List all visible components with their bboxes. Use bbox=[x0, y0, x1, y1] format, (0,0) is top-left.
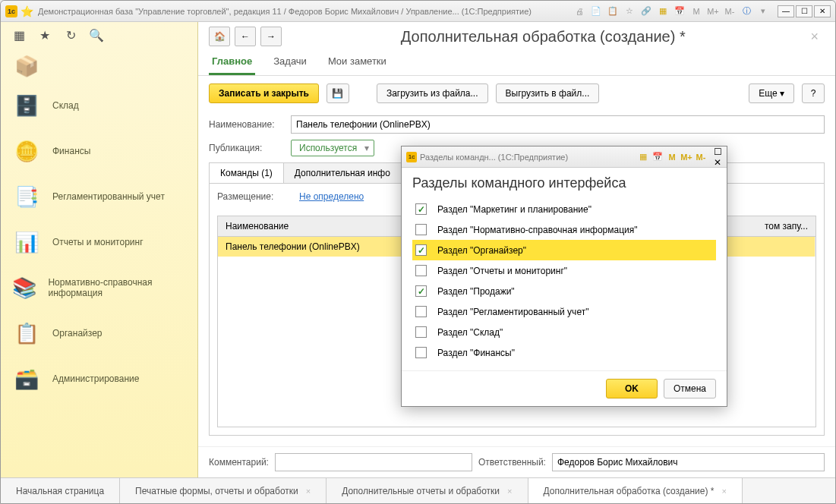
dlg-close-button[interactable]: ✕ bbox=[714, 157, 722, 168]
tb-print-icon[interactable]: 🖨 bbox=[573, 5, 586, 18]
tab-close-icon[interactable]: × bbox=[722, 487, 727, 496]
history-icon[interactable]: ↻ bbox=[63, 27, 78, 43]
dlg-maximize-button[interactable]: ☐ bbox=[714, 146, 722, 157]
checkbox[interactable] bbox=[415, 306, 427, 317]
sidebar-item-warehouse[interactable]: 🗄️ Склад bbox=[1, 83, 197, 128]
dlg-cal-icon[interactable]: 📅 bbox=[651, 152, 664, 162]
sidebar-label: Нормативно-справочная информация bbox=[48, 277, 187, 299]
main-toolbar: 🏠 ← → Дополнительная обработка (создание… bbox=[198, 22, 835, 51]
dialog-item[interactable]: Раздел "Нормативно-справочная информация… bbox=[412, 219, 716, 240]
tb-copy-icon[interactable]: 📋 bbox=[606, 5, 620, 18]
checkbox[interactable]: ✓ bbox=[415, 203, 427, 215]
sidebar-toolbar: ▦ ★ ↻ 🔍 bbox=[1, 22, 197, 48]
minimize-button[interactable]: — bbox=[778, 5, 794, 17]
favorite-star-icon[interactable]: ⭐ bbox=[21, 5, 33, 17]
inner-tab-info[interactable]: Дополнительная инфо bbox=[284, 163, 402, 183]
tb-star-icon[interactable]: ☆ bbox=[623, 5, 636, 18]
close-page-button[interactable]: × bbox=[804, 29, 825, 45]
sidebar-label: Отчеты и мониторинг bbox=[52, 237, 144, 247]
dlg-grid-icon[interactable]: ▦ bbox=[637, 152, 649, 162]
dialog-item[interactable]: Раздел "Финансы" bbox=[412, 342, 716, 363]
checkbox[interactable] bbox=[415, 224, 427, 235]
tab-notes[interactable]: Мои заметки bbox=[325, 51, 390, 75]
forward-button[interactable]: → bbox=[260, 27, 282, 46]
placement-label: Размещение: bbox=[217, 191, 293, 202]
sidebar-item-cut[interactable]: 📦 bbox=[1, 52, 197, 83]
sidebar-list: 📦 🗄️ Склад 🪙 Финансы 📑 Регламентированны… bbox=[1, 48, 197, 477]
save-close-button[interactable]: Записать и закрыть bbox=[209, 83, 319, 103]
ok-button[interactable]: OK bbox=[606, 379, 658, 398]
dlg-m-icon[interactable]: M bbox=[666, 153, 678, 162]
tb-calendar-icon[interactable]: 📅 bbox=[673, 5, 686, 18]
more-button[interactable]: Еще ▾ bbox=[749, 83, 794, 103]
placement-link[interactable]: Не определено bbox=[299, 191, 364, 202]
close-button[interactable]: ✕ bbox=[814, 5, 831, 17]
dialog-item[interactable]: Раздел "Склад" bbox=[412, 322, 716, 342]
dlg-mminus-icon[interactable]: M- bbox=[695, 153, 707, 162]
tb-link-icon[interactable]: 🔗 bbox=[639, 5, 653, 18]
inner-tab-commands[interactable]: Команды (1) bbox=[210, 163, 284, 183]
dialog-item[interactable]: ✓Раздел "Органайзер" bbox=[412, 240, 716, 260]
name-field[interactable] bbox=[291, 115, 825, 134]
tab-tasks[interactable]: Задачи bbox=[270, 51, 310, 75]
sidebar-item-admin[interactable]: 🗃️ Администрирование bbox=[1, 356, 197, 402]
dialog-list: ✓Раздел "Маркетинг и планирование"Раздел… bbox=[402, 196, 727, 370]
help-button[interactable]: ? bbox=[802, 83, 825, 103]
dialog-footer: OK Отмена bbox=[402, 370, 727, 406]
save-button[interactable]: 💾 bbox=[327, 83, 349, 103]
sections-dialog: 1c Разделы командн... (1С:Предприятие) ▦… bbox=[401, 146, 727, 407]
sidebar-item-reports[interactable]: 📊 Отчеты и мониторинг bbox=[1, 219, 197, 265]
module-icon: 📦 bbox=[11, 52, 42, 80]
sidebar-item-organizer[interactable]: 📋 Органайзер bbox=[1, 310, 197, 356]
export-file-button[interactable]: Выгрузить в файл... bbox=[496, 83, 600, 103]
tb-mplus-icon[interactable]: M+ bbox=[706, 5, 720, 18]
checkbox[interactable]: ✓ bbox=[415, 244, 427, 256]
home-button[interactable]: 🏠 bbox=[209, 27, 230, 46]
sidebar-item-reference[interactable]: 📚 Нормативно-справочная информация bbox=[1, 265, 197, 310]
checkbox[interactable] bbox=[415, 347, 427, 358]
bottom-tab-addl-processing[interactable]: Дополнительная обработка (создание) *× bbox=[528, 478, 743, 503]
dialog-item-label: Раздел "Склад" bbox=[437, 327, 503, 338]
load-file-button[interactable]: Загрузить из файла... bbox=[377, 83, 488, 103]
footer-row: Комментарий: Ответственный: bbox=[198, 446, 835, 477]
sidebar-item-regulated[interactable]: 📑 Регламентированный учет bbox=[1, 174, 197, 219]
bottom-tabs: Начальная страница Печатные формы, отчет… bbox=[1, 477, 835, 503]
maximize-button[interactable]: ☐ bbox=[796, 5, 812, 17]
warehouse-icon: 🗄️ bbox=[11, 92, 42, 119]
apps-icon[interactable]: ▦ bbox=[11, 27, 27, 43]
dialog-item[interactable]: ✓Раздел "Маркетинг и планирование" bbox=[412, 199, 716, 219]
publication-select[interactable]: Используется bbox=[291, 140, 374, 156]
dialog-item[interactable]: ✓Раздел "Продажи" bbox=[412, 281, 716, 301]
bottom-tab-start[interactable]: Начальная страница bbox=[1, 478, 120, 503]
tb-dropdown-icon[interactable]: ▾ bbox=[756, 5, 770, 18]
reports-icon: 📊 bbox=[11, 228, 42, 256]
checkbox[interactable] bbox=[415, 265, 427, 276]
tab-main[interactable]: Главное bbox=[209, 51, 255, 75]
dialog-heading: Разделы командного интерфейса bbox=[402, 168, 727, 196]
grid-header-name: Наименование bbox=[218, 216, 415, 236]
responsible-field[interactable] bbox=[552, 453, 825, 471]
tb-mminus-icon[interactable]: M- bbox=[723, 5, 737, 18]
dlg-mplus-icon[interactable]: M+ bbox=[680, 153, 692, 162]
tb-calc-icon[interactable]: ▦ bbox=[656, 5, 670, 18]
checkbox[interactable] bbox=[415, 326, 427, 338]
cancel-button[interactable]: Отмена bbox=[664, 379, 716, 398]
bottom-tab-addl-reports[interactable]: Дополнительные отчеты и обработки× bbox=[327, 478, 528, 503]
tb-m-icon[interactable]: M bbox=[689, 5, 703, 18]
tb-info-icon[interactable]: ⓘ bbox=[740, 5, 753, 18]
tab-close-icon[interactable]: × bbox=[507, 487, 512, 496]
sidebar: ▦ ★ ↻ 🔍 📦 🗄️ Склад 🪙 Финансы bbox=[1, 22, 198, 477]
name-label: Наименование: bbox=[209, 119, 285, 130]
reference-icon: 📚 bbox=[11, 274, 37, 301]
comment-field[interactable] bbox=[275, 453, 472, 471]
back-button[interactable]: ← bbox=[235, 27, 256, 46]
checkbox[interactable]: ✓ bbox=[415, 285, 427, 297]
star-icon[interactable]: ★ bbox=[37, 27, 52, 43]
tb-doc-icon[interactable]: 📄 bbox=[589, 5, 603, 18]
dialog-item[interactable]: Раздел "Отчеты и мониторинг" bbox=[412, 260, 716, 281]
tab-close-icon[interactable]: × bbox=[306, 487, 311, 496]
bottom-tab-print-forms[interactable]: Печатные формы, отчеты и обработки× bbox=[120, 478, 327, 503]
sidebar-item-finance[interactable]: 🪙 Финансы bbox=[1, 128, 197, 174]
dialog-item[interactable]: Раздел "Регламентированный учет" bbox=[412, 301, 716, 322]
search-icon[interactable]: 🔍 bbox=[89, 27, 104, 43]
